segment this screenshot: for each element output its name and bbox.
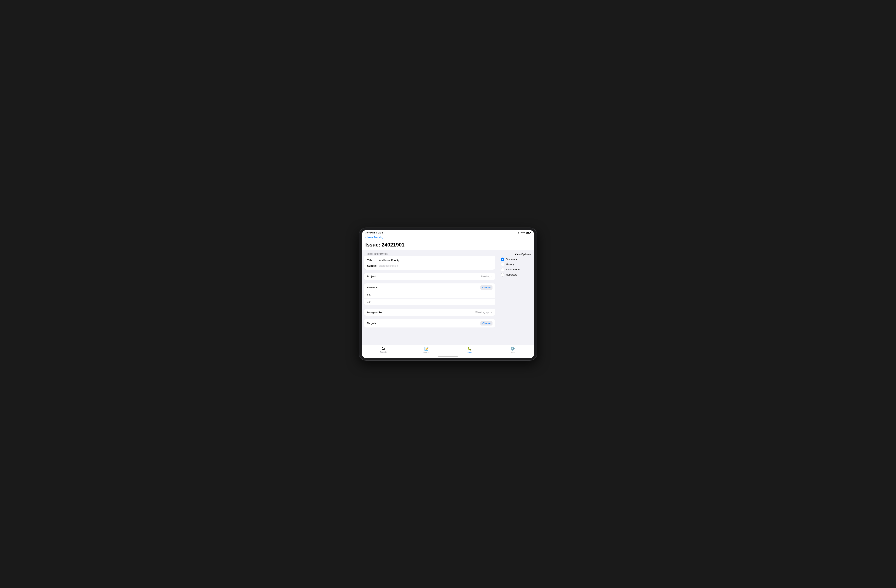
project-chevron-icon: ⌄: [491, 275, 492, 278]
battery-icon: [526, 232, 531, 234]
separator-1: [362, 271, 498, 273]
top-nav: ‹ Issue Tracking: [362, 235, 534, 241]
tab-projects[interactable]: 🗂 Projects: [362, 346, 405, 353]
more-icon: ⚙️: [510, 346, 515, 351]
tab-issues[interactable]: 🐛 Issues: [448, 346, 491, 353]
option-history[interactable]: History: [501, 263, 531, 266]
issue-info-header: ISSUE INFORMATION: [364, 252, 495, 256]
side-panel: View Options Summary History Attachments: [498, 250, 534, 345]
subtitle-row: Subtitle: short description: [367, 263, 492, 269]
title-label: Title:: [367, 259, 379, 262]
assigned-row[interactable]: Assigned to: Stinkbug.app ⌄: [364, 309, 495, 316]
issues-icon: 🐛: [467, 346, 472, 351]
screen-content: ‹ Issue Tracking Issue: 24021901 ISSUE I…: [362, 235, 534, 345]
project-label: Project:: [367, 275, 376, 278]
project-row[interactable]: Project: Stinkbug ⌄: [364, 273, 495, 280]
projects-icon: 🗂: [382, 346, 385, 351]
version-item-2: 0.9: [364, 299, 495, 305]
device-screen: 3:07 PM Fri Mar 8 ··· ▲ 100% ‹ Is: [362, 230, 534, 358]
wifi-icon: ▲: [517, 231, 520, 234]
device-frame: 3:07 PM Fri Mar 8 ··· ▲ 100% ‹ Is: [359, 228, 537, 360]
home-indicator: [362, 356, 534, 358]
assigned-value: Stinkbug.app ⌄: [475, 311, 492, 314]
tab-bar: 🗂 Projects 📝 Journal 🐛 Issues ⚙️ More: [362, 345, 534, 356]
assigned-section: Assigned to: Stinkbug.app ⌄: [364, 309, 495, 316]
targets-choose-button[interactable]: Choose: [480, 321, 492, 325]
battery-percentage: 100%: [520, 231, 525, 234]
view-options-title: View Options: [501, 253, 531, 255]
subtitle-input[interactable]: short description: [379, 264, 398, 267]
option-reporters[interactable]: Reporters: [501, 273, 531, 277]
versions-choose-button[interactable]: Choose: [480, 286, 492, 290]
radio-attachments-label: Attachments: [506, 268, 520, 271]
tab-projects-label: Projects: [380, 351, 387, 353]
option-summary[interactable]: Summary: [501, 258, 531, 261]
status-right: ▲ 100%: [517, 231, 531, 234]
versions-section: Versions: Choose 1.0 0.9: [364, 283, 495, 305]
back-button[interactable]: ‹ Issue Tracking: [365, 236, 531, 239]
radio-summary-icon: [501, 258, 504, 261]
tab-issues-label: Issues: [467, 351, 472, 353]
status-bar: 3:07 PM Fri Mar 8 ··· ▲ 100%: [362, 230, 534, 235]
assigned-name: Stinkbug.app: [475, 311, 490, 314]
back-chevron-icon: ‹: [365, 236, 366, 239]
targets-section: Targets Choose: [364, 319, 495, 327]
separator-3: [362, 305, 498, 307]
main-layout: ISSUE INFORMATION Title: Add Issue Prior…: [362, 250, 534, 345]
status-time: 3:07 PM Fri Mar 8: [365, 231, 383, 234]
page-header: Issue: 24021901: [362, 241, 534, 250]
content-area: ISSUE INFORMATION Title: Add Issue Prior…: [362, 250, 498, 345]
assigned-label: Assigned to:: [367, 311, 382, 314]
tab-more-label: More: [510, 351, 515, 353]
radio-summary-label: Summary: [506, 258, 517, 261]
issue-info-card: Title: Add Issue Priority Subtitle: shor…: [364, 256, 495, 270]
radio-attachments-icon: [501, 268, 504, 271]
separator-2: [362, 280, 498, 282]
title-row: Title: Add Issue Priority: [367, 258, 492, 263]
status-center: ···: [449, 231, 451, 234]
radio-reporters-icon: [501, 273, 504, 277]
version-item-1: 1.0: [364, 292, 495, 299]
section-header-label: ISSUE INFORMATION: [367, 253, 388, 255]
project-name: Stinkbug: [480, 275, 490, 278]
radio-reporters-label: Reporters: [506, 273, 517, 276]
radio-history-label: History: [506, 263, 514, 266]
radio-history-icon: [501, 263, 504, 266]
tab-journal[interactable]: 📝 Journal: [405, 346, 448, 353]
back-label: Issue Tracking: [367, 236, 384, 239]
project-value: Stinkbug ⌄: [480, 275, 492, 278]
subtitle-label: Subtitle:: [367, 264, 379, 267]
targets-label: Targets: [367, 322, 376, 325]
journal-icon: 📝: [424, 346, 429, 351]
title-value[interactable]: Add Issue Priority: [379, 259, 492, 262]
assigned-chevron-icon: ⌄: [491, 311, 492, 313]
versions-label: Versions:: [367, 286, 379, 289]
tab-journal-label: Journal: [424, 351, 430, 353]
page-title: Issue: 24021901: [365, 242, 531, 248]
option-attachments[interactable]: Attachments: [501, 268, 531, 271]
tab-more[interactable]: ⚙️ More: [491, 346, 534, 353]
targets-row: Targets Choose: [364, 319, 495, 327]
versions-header: Versions: Choose: [364, 283, 495, 292]
separator-4: [362, 316, 498, 318]
home-bar: [438, 356, 458, 357]
